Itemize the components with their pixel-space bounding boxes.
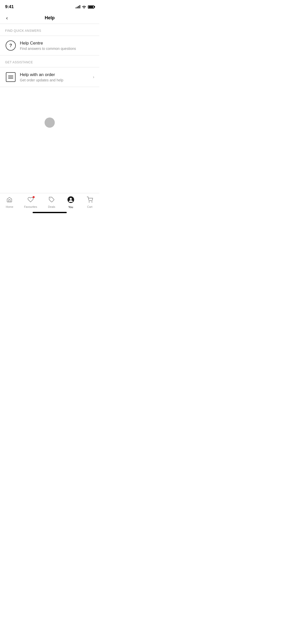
- question-circle-icon: ?: [5, 40, 16, 51]
- loading-indicator: [45, 118, 55, 128]
- section-label-get-assistance: GET ASSISTANCE: [0, 55, 99, 67]
- order-list-icon: [5, 71, 16, 83]
- section-get-assistance: GET ASSISTANCE Help with an order Get or…: [0, 55, 99, 87]
- loading-area: [0, 87, 99, 158]
- help-order-subtitle: Get order updates and help: [20, 78, 91, 82]
- wifi-icon: [82, 5, 86, 9]
- person-icon: [67, 196, 74, 204]
- home-icon: [6, 197, 12, 204]
- section-quick-answers: FIND QUICK ANSWERS ? Help Centre Find an…: [0, 24, 99, 55]
- tab-cart-label: Cart: [87, 205, 92, 208]
- svg-point-3: [89, 202, 89, 202]
- tab-bar: Home Favourites Deals You: [0, 193, 99, 215]
- section-label-quick-answers: FIND QUICK ANSWERS: [0, 24, 99, 36]
- favourites-badge: [33, 196, 35, 198]
- tab-you[interactable]: You: [63, 195, 78, 210]
- tab-home-label: Home: [6, 205, 13, 208]
- tab-home[interactable]: Home: [2, 196, 17, 209]
- heart-icon: [28, 197, 34, 204]
- tab-deals-label: Deals: [48, 205, 55, 208]
- help-centre-content: Help Centre Find answers to common quest…: [20, 41, 94, 51]
- status-time: 9:41: [5, 4, 14, 9]
- status-bar: 9:41: [0, 0, 99, 12]
- help-order-item[interactable]: Help with an order Get order updates and…: [0, 67, 99, 87]
- home-indicator: [33, 212, 67, 213]
- tab-you-label: You: [68, 206, 73, 209]
- tab-favourites-label: Favourites: [24, 205, 37, 208]
- tag-icon: [49, 197, 55, 204]
- tab-cart[interactable]: Cart: [82, 196, 98, 209]
- nav-header: ‹ Help: [0, 12, 99, 24]
- svg-point-4: [92, 202, 92, 202]
- tab-favourites[interactable]: Favourites: [21, 196, 40, 209]
- help-centre-subtitle: Find answers to common questions: [20, 47, 94, 51]
- help-centre-title: Help Centre: [20, 41, 94, 46]
- battery-icon: [88, 5, 94, 9]
- cart-icon: [87, 197, 93, 204]
- status-icons: [76, 5, 94, 9]
- signal-icon: [76, 5, 80, 8]
- back-button[interactable]: ‹: [5, 14, 9, 22]
- chevron-right-icon: ›: [93, 75, 94, 79]
- page-title: Help: [45, 15, 55, 21]
- help-centre-item[interactable]: ? Help Centre Find answers to common que…: [0, 36, 99, 55]
- help-order-content: Help with an order Get order updates and…: [20, 72, 91, 82]
- svg-point-2: [70, 198, 72, 200]
- help-order-title: Help with an order: [20, 72, 91, 77]
- tab-deals[interactable]: Deals: [44, 196, 59, 209]
